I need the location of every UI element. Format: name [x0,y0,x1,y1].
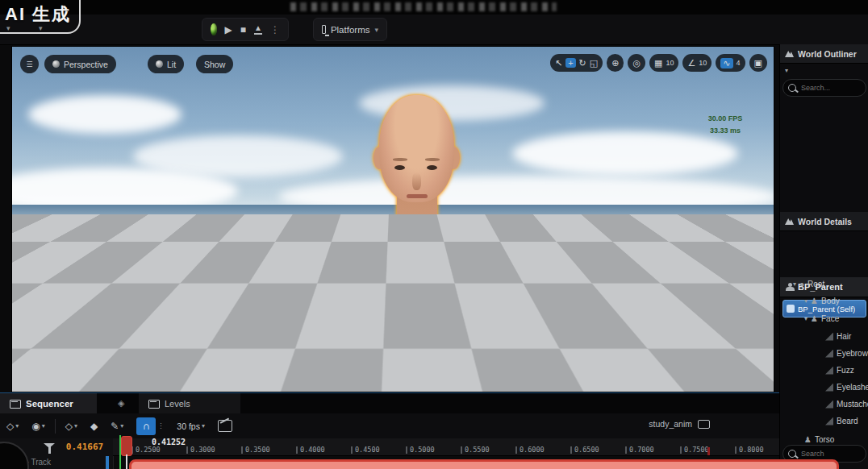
camera-lock-icon[interactable] [698,420,710,429]
character-eye [427,165,437,170]
play-icon[interactable]: ▶ [225,25,232,35]
sequence-name: study_anim [649,419,692,429]
play-options-kebab-icon[interactable]: ⋮ [270,25,280,35]
angle-snap-value: 10 [699,59,707,67]
stop-icon[interactable]: ■ [240,25,246,35]
perspective-dropdown[interactable]: Perspective [44,55,116,73]
build-icon[interactable] [211,23,217,35]
scene-component-icon: ● [799,280,804,288]
auto-key-button[interactable]: ◆ [84,421,104,432]
expander-caret-icon[interactable]: ▾ [804,297,807,305]
show-label: Show [204,60,225,69]
component-label: Beard [837,417,858,425]
component-row-face[interactable]: ▾ ♟ Face [780,310,868,327]
levels-icon [148,400,160,409]
highlight-annotation [129,459,839,469]
watermark-cn-text: 技艺学习素材网 [227,218,379,243]
viewmode-dropdown[interactable]: Lit [148,55,184,73]
component-row-mustache[interactable]: Mustache [780,396,868,413]
show-flags-dropdown[interactable]: Show [196,55,233,73]
window-title-blur [290,2,557,11]
perspective-label: Perspective [64,60,108,69]
timeline-ruler[interactable]: 0.2500 0.3000 0.3500 0.4000 0.4500 0.500… [113,438,779,456]
viewport-transform-toolbar: ↖ + ↻ ◱ ⊕ ◎ ▦ 10 ∠ 10 ∿ 4 [550,54,767,72]
rose-print [337,292,390,345]
globe-icon: ⊕ [611,58,619,68]
rotate-tool-icon[interactable]: ↻ [579,58,586,68]
keyframe-options-button[interactable]: ◇▾ [0,421,25,432]
coordinate-space-toggle[interactable]: ⊕ [607,54,624,72]
expander-caret-icon[interactable]: ▾ [804,315,807,322]
outliner-collapse-caret-icon[interactable]: ▾ [785,67,788,74]
platforms-dropdown[interactable]: Platforms ▾ [313,18,387,41]
eject-icon[interactable]: ▲ [254,24,262,35]
playhead-marker[interactable] [121,436,132,456]
component-row-eyelashes[interactable]: Eyelashes [780,379,868,396]
groom-icon [825,333,833,341]
outliner-search[interactable] [782,79,866,97]
tab-levels[interactable]: Levels [139,393,240,414]
component-label: Mustache [837,400,868,409]
ruler-tick: 0.8000 [739,446,764,454]
component-row-root[interactable]: ▾ ● Root [780,276,868,293]
component-label: Eyelashes [837,383,868,392]
character-mouth [407,194,428,198]
track-scrollbar[interactable] [106,456,109,469]
expander-caret-icon[interactable]: ▾ [793,280,796,288]
component-row-beard[interactable]: Beard [780,413,868,430]
component-label: Hair [837,332,851,341]
move-tool-icon[interactable]: + [565,58,575,68]
select-tool-icon[interactable]: ↖ [555,58,562,68]
grid-snap-group[interactable]: ▦ 10 [649,54,678,72]
component-row-eyebrows[interactable]: Eyebrows [780,345,868,362]
filter-funnel-icon[interactable] [44,443,55,448]
viewport-stats: 30.00 FPS 33.33 ms [685,113,766,138]
playhead-time-label: 0.41252 [152,438,186,446]
outliner-search-input[interactable] [799,83,859,93]
maximize-viewport-button[interactable]: ▣ [749,54,767,72]
camera-speed-group[interactable]: ∿ 4 [716,54,745,72]
tab-options-icon[interactable]: ◈ [118,398,124,409]
ruler-tick: 0.3500 [245,446,270,454]
camera-options-button[interactable]: ◉▾ [25,421,52,432]
details-search-input[interactable] [799,449,859,459]
playhead-line[interactable] [126,454,127,469]
rotation-snap-group[interactable]: ∠ 10 [682,54,712,72]
component-label: Root [807,280,824,288]
unreal-editor-window: ▾ ▾ ▶ ■ ▲ ⋮ Platforms ▾ [0,0,868,469]
level-viewport[interactable]: 技艺学习素材网www.jy3d.cn ☰ Perspective Lit Sho… [11,46,774,392]
watermark-url-text: www.jy3d.cn [394,219,661,243]
current-time-field[interactable]: 0.41667 [60,442,110,452]
scale-tool-icon[interactable]: ◱ [590,58,598,68]
details-title: World Details [798,217,852,226]
skeletal-mesh-icon: ♟ [804,436,812,444]
component-row-hair[interactable]: Hair [780,328,868,345]
component-label: Eyebrows [837,349,868,358]
main-toolbar: ▾ ▾ ▶ ■ ▲ ⋮ Platforms ▾ [0,15,868,45]
curve-editor-button[interactable] [211,420,239,432]
character-eye [394,165,405,170]
character-arm [265,335,303,392]
surface-snap-toggle[interactable]: ◎ [628,54,645,72]
details-header[interactable]: World Details [780,212,868,231]
search-icon [788,84,796,92]
site-watermark: 技艺学习素材网www.jy3d.cn [227,216,661,245]
viewport-options-menu[interactable]: ☰ [20,55,39,73]
transform-gizmo[interactable] [28,342,61,380]
edit-mode-button[interactable]: ✎▾ [104,421,130,432]
sequencer-tabbar: Sequencer ◈ Levels [0,392,779,414]
gizmo-vertical-axis [41,347,43,367]
maximize-icon: ▣ [754,58,762,68]
keyframe-all-button[interactable]: ◇▾ [59,421,84,432]
component-label: Torso [815,435,834,444]
component-row-body[interactable]: ▾ ♟ Body [780,293,868,309]
component-row-fuzz[interactable]: Fuzz [780,362,868,379]
fps-dropdown[interactable]: 30 fps▾ [170,421,211,431]
viewmode-label: Lit [167,60,176,69]
tab-sequencer[interactable]: Sequencer [0,393,97,414]
snap-toggle-button[interactable]: ∩⋮ [130,417,170,435]
lit-sphere-icon [156,60,163,68]
grid-snap-icon: ▦ [654,58,662,68]
outliner-header[interactable]: World Outliner [780,44,868,64]
ruler-tick: 0.4500 [355,446,380,454]
